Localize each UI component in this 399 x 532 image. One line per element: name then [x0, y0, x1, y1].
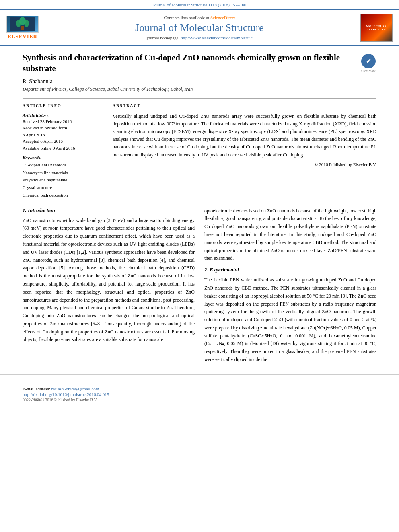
article-info-col: ARTICLE INFO Article history: Received 2… [23, 103, 103, 199]
keywords-section: Keywords: Cu-doped ZnO nanorods Nanocrys… [23, 155, 103, 199]
intro-para-2: optoelectronic devices based on ZnO nano… [204, 207, 376, 263]
author-name: R. Shabannia [23, 78, 376, 85]
elsevier-image [6, 16, 39, 33]
body-left-col: 1. Introduction ZnO nanostructures with … [23, 207, 195, 368]
intro-heading: 1. Introduction [23, 207, 195, 214]
keywords-label: Keywords: [23, 155, 103, 160]
intro-para-1: ZnO nanostructures with a wide band gap … [23, 217, 195, 344]
keyword-3: Polyethylene naphthalate [23, 176, 103, 184]
keyword-5: Chemical bath deposition [23, 191, 103, 199]
elsevier-text: ELSEVIER [8, 33, 37, 40]
divider [23, 98, 376, 99]
main-content: Synthesis and characterization of Cu-dop… [0, 46, 399, 374]
revised-date: 6 April 2016 [23, 131, 103, 138]
email-line: E-mail address: rez.ash56rami@gmail.com [23, 386, 376, 391]
copyright-line: © 2016 Published by Elsevier B.V. [113, 162, 376, 167]
article-title-row: Synthesis and characterization of Cu-dop… [23, 52, 376, 74]
elsevier-logo: ELSEVIER [6, 16, 39, 40]
journal-title-center: Contents lists available at ScienceDirec… [39, 15, 360, 40]
journal-logo: MOLECULAR STRUCTURE [360, 14, 393, 42]
abstract-label: ABSTRACT [113, 103, 376, 109]
sciencedirect-link[interactable]: ScienceDirect [210, 15, 235, 20]
contents-line: Contents lists available at ScienceDirec… [47, 15, 352, 20]
journal-citation: Journal of Molecular Structure 1118 (201… [153, 2, 247, 7]
homepage-link[interactable]: http://www.elsevier.com/locate/molstruc [181, 35, 252, 40]
revised-label: Received in revised form [23, 125, 103, 131]
footer: E-mail address: rez.ash56rami@gmail.com … [0, 374, 399, 404]
keyword-1: Cu-doped ZnO nanorods [23, 161, 103, 169]
footer-divider [23, 382, 376, 382]
received-date: Received 23 February 2016 [23, 118, 103, 125]
crossmark-label: CrossMark [361, 69, 376, 73]
article-info-label: ARTICLE INFO [23, 103, 103, 109]
svg-rect-4 [21, 26, 24, 30]
svg-point-3 [24, 20, 29, 27]
homepage-line: journal homepage: http://www.elsevier.co… [47, 35, 352, 40]
author-affiliation: Department of Physics, College of Scienc… [23, 86, 376, 92]
top-bar: Journal of Molecular Structure 1118 (201… [0, 0, 399, 10]
svg-point-2 [16, 20, 21, 27]
accepted-date: Accepted 6 April 2016 [23, 138, 103, 145]
available-date: Available online 9 April 2016 [23, 145, 103, 152]
article-title: Synthesis and characterization of Cu-dop… [23, 52, 360, 74]
abstract-col: ABSTRACT Vertically aligned undoped and … [113, 103, 376, 199]
journal-header: ELSEVIER Contents lists available at Sci… [0, 10, 399, 46]
email-label: E-mail address: [23, 386, 50, 391]
article-meta-section: ARTICLE INFO Article history: Received 2… [23, 103, 376, 199]
crossmark-icon: ✓ [361, 54, 376, 68]
history-label: Article history: [23, 113, 103, 117]
keyword-4: Crystal structure [23, 184, 103, 191]
keyword-2: Nanocrystalline materials [23, 169, 103, 177]
body-section: 1. Introduction ZnO nanostructures with … [23, 207, 376, 368]
abstract-text: Vertically aligned undoped and Cu-doped … [113, 113, 376, 159]
experimental-para: The flexible PEN wafer utilized as subst… [204, 276, 376, 364]
article-history: Article history: Received 23 February 20… [23, 113, 103, 152]
issn-line: 0022-2860/© 2016 Published by Elsevier B… [23, 398, 376, 402]
doi-line[interactable]: http://dx.doi.org/10.1016/j.molstruc.201… [23, 392, 376, 397]
body-right-col: optoelectronic devices based on ZnO nano… [204, 207, 376, 368]
journal-title: Journal of Molecular Structure [47, 22, 352, 34]
email-address[interactable]: rez.ash56rami@gmail.com [51, 386, 99, 391]
experimental-heading: 2. Experimental [204, 267, 376, 273]
crossmark: ✓ CrossMark [360, 54, 376, 73]
